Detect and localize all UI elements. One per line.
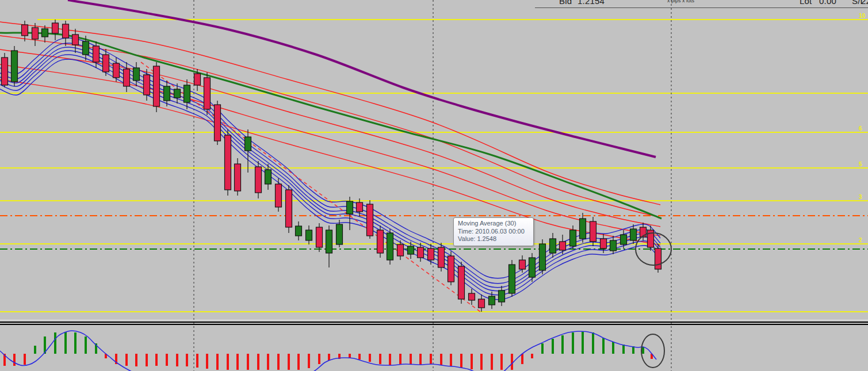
oscillator-bar [176, 354, 178, 366]
candle-body [133, 68, 140, 81]
candle-body [469, 293, 475, 300]
oscillator-bar [24, 354, 26, 365]
candle [2, 53, 8, 87]
oscillator-bar [460, 354, 462, 368]
candle-body [113, 63, 120, 78]
oscillator-bar [155, 354, 158, 366]
candle-body [235, 164, 241, 191]
panel-separator[interactable] [0, 322, 868, 323]
candle-body [479, 299, 485, 308]
oscillator-bar [552, 339, 554, 354]
trading-chart-window: 106532 Bid 1.2154 Lot 0.00 S/L 22 x pips… [0, 0, 868, 371]
tooltip: Moving Average (30) Time: 2010.06.03 00:… [453, 217, 534, 246]
candle [296, 221, 302, 240]
candle [479, 294, 485, 312]
oscillator-bar [511, 354, 513, 370]
oscillator-bar [206, 354, 208, 369]
candle-body [93, 46, 100, 62]
candle-body [509, 265, 515, 293]
candle [347, 197, 353, 230]
candle-body [499, 290, 505, 302]
oscillator-bar [236, 354, 239, 370]
candle [225, 129, 231, 196]
oscillator-bar [146, 354, 148, 366]
candle [306, 225, 312, 244]
oscillator-bar [358, 354, 361, 359]
candle [580, 213, 586, 243]
oscillator-bar [247, 354, 249, 370]
candle-body [529, 258, 536, 277]
candle-body [245, 137, 251, 151]
candle [184, 79, 190, 109]
candle [519, 255, 526, 273]
fib-label: 10 [859, 13, 866, 19]
candle [326, 225, 332, 267]
candle-body [438, 247, 445, 267]
candle [387, 229, 393, 265]
bid-value: 1.2154 [578, 0, 605, 6]
candle-body [448, 256, 454, 282]
candle-body [630, 229, 637, 240]
oscillator-bar [531, 354, 533, 358]
candle-body [601, 239, 607, 248]
oscillator-bar [440, 354, 442, 365]
oscillator-signal-line [0, 331, 656, 371]
candle [255, 161, 262, 198]
oscillator-bar [500, 354, 503, 370]
candle-body [621, 235, 627, 244]
oscillator-bar [74, 332, 77, 354]
candle [276, 178, 282, 212]
candle-body [52, 23, 59, 33]
candle-body [215, 105, 221, 141]
stop-loss-value[interactable]: 22 [861, 0, 868, 6]
candle-body [225, 135, 231, 190]
candle [316, 223, 323, 252]
trade-panel-strip: Bid 1.2154 Lot 0.00 S/L 22 [535, 0, 868, 8]
candle-body [174, 89, 181, 98]
separator-highlight [0, 320, 868, 320]
candle-body [154, 66, 160, 106]
candle-body [22, 25, 28, 36]
oscillator-bar [491, 354, 493, 370]
candle-body [458, 266, 465, 299]
candle-body [83, 41, 89, 55]
candle-body [418, 247, 424, 258]
candle [448, 251, 454, 285]
chart-canvas[interactable]: 106532 [0, 0, 868, 371]
candle-body [296, 226, 302, 236]
oscillator-bar [196, 354, 198, 368]
candle-body [255, 167, 262, 193]
candle-body [2, 58, 8, 85]
candle-body [316, 227, 323, 247]
candle-body [276, 184, 282, 207]
oscillator-bar [135, 354, 137, 366]
oscillator-bar [582, 331, 584, 354]
fib-label: 5 [859, 161, 862, 167]
oscillator-bar [125, 354, 128, 366]
candle [655, 244, 661, 273]
oscillator-bar [592, 332, 594, 354]
candle [337, 220, 343, 247]
oscillator-bar [288, 354, 290, 370]
lot-label: Lot [800, 0, 812, 6]
candle-body [103, 55, 109, 72]
candle-body [610, 240, 617, 251]
candle [509, 260, 515, 297]
candle [499, 286, 505, 306]
oscillator-bar [318, 354, 320, 364]
oscillator-bar [379, 354, 381, 364]
candle [12, 46, 18, 86]
candle-body [204, 78, 211, 109]
oscillator-bar [622, 345, 625, 354]
candle-body [357, 202, 363, 212]
candle-body [42, 29, 48, 37]
lot-value[interactable]: 0.00 [819, 0, 836, 6]
oscillator-bar [389, 354, 391, 365]
highlight-ellipse [641, 334, 664, 368]
oscillator-bar [369, 354, 371, 362]
panel-separator[interactable] [0, 324, 868, 325]
candle-body [72, 35, 79, 45]
candle [540, 239, 546, 274]
candle [204, 72, 211, 115]
candle-body [560, 242, 566, 250]
